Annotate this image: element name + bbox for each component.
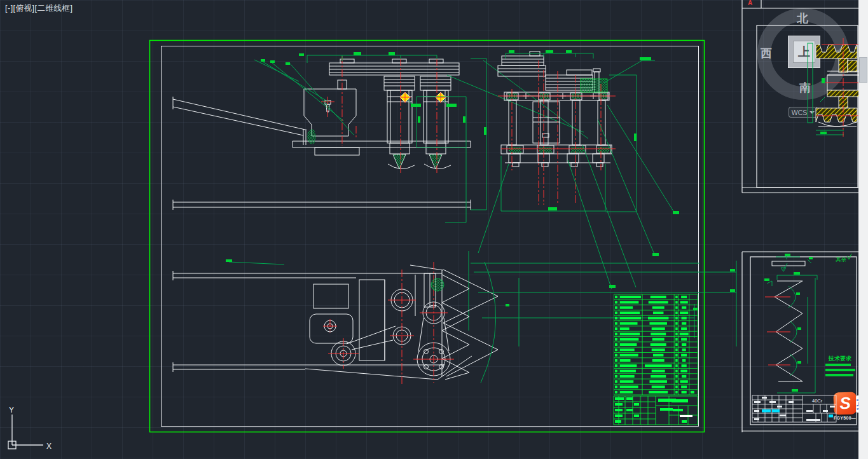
surface-finish-note: 其余: [836, 256, 847, 263]
drawing-canvas[interactable]: A 其余 技术要求: [0, 0, 868, 459]
ucs-icon: Y X: [8, 406, 52, 451]
ucs-y-label: Y: [9, 406, 14, 414]
tech-requirements-title: 技术要求: [828, 355, 852, 362]
tech-requirement-lines: [825, 364, 858, 380]
drawing-number: FGY500—: [834, 416, 856, 420]
sheet-top-right: A: [742, 0, 858, 193]
material-label: 40Cr: [812, 398, 823, 404]
tech-requirement-line: [825, 364, 851, 366]
green-hatch-block: [581, 79, 607, 92]
scrollbar-up-button[interactable]: [858, 0, 868, 10]
main-title-block: [614, 396, 698, 425]
signature-mark: [680, 415, 692, 417]
vertical-scrollbar[interactable]: [858, 0, 868, 459]
ucs-x-label: X: [46, 442, 52, 451]
cad-canvas: { "viewport": { "label": "[-][俯视][二维线框]"…: [0, 0, 868, 459]
viewport-controls-label[interactable]: [-][俯视][二维线框]: [5, 3, 73, 14]
dimension-text-blobs: [261, 52, 486, 135]
sheet-bottom-right: 其余 技术要求 40Cr: [742, 252, 858, 432]
bom-parts-list: [614, 294, 698, 395]
tech-requirement-line: [825, 374, 853, 376]
sprocket-hatch: [431, 278, 444, 291]
tech-requirement-line: [825, 369, 855, 371]
green-hatch-areas: [307, 129, 442, 169]
scrollbar-thumb[interactable]: [859, 57, 867, 83]
view-side: [478, 50, 679, 289]
section-label: A: [748, 0, 752, 6]
